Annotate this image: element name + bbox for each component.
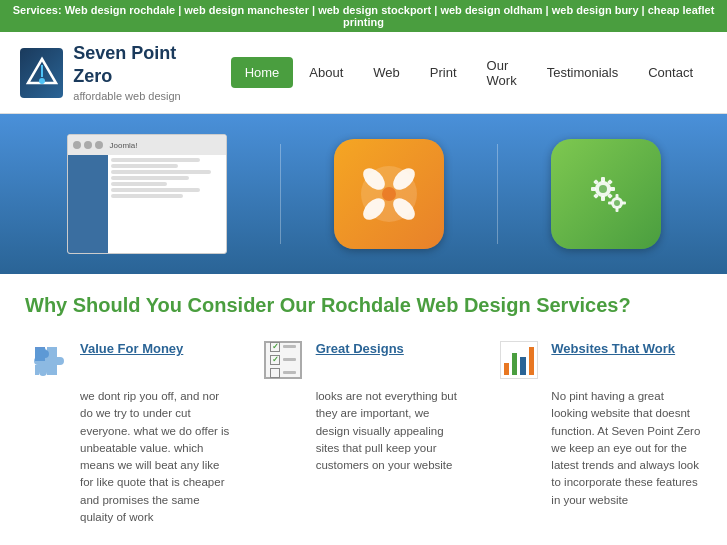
hero-banner: Joomla! <box>0 114 727 274</box>
svg-point-8 <box>382 187 396 201</box>
hero-green-icon <box>551 139 661 249</box>
logo-text: Seven Point Zero affordable web design <box>73 42 200 103</box>
feature-title[interactable]: Great Designs <box>316 341 404 356</box>
feature-websites-that-work: Websites That Work No pint having a grea… <box>496 337 702 526</box>
site-header: Seven Point Zero affordable web design H… <box>0 32 727 114</box>
svg-rect-14 <box>610 187 615 191</box>
services-label: Services: <box>13 4 62 16</box>
hero-orange-icon <box>334 139 444 249</box>
why-title: Why Should You Consider Our Rochdale Web… <box>25 294 702 317</box>
svg-rect-22 <box>615 208 618 212</box>
svg-point-10 <box>599 185 607 193</box>
feature-title[interactable]: Websites That Work <box>551 341 675 356</box>
main-content: Why Should You Consider Our Rochdale Web… <box>0 274 727 545</box>
main-nav: Home About Web Print Our Work Testimonia… <box>231 50 707 96</box>
svg-rect-12 <box>601 196 605 201</box>
nav-web[interactable]: Web <box>359 57 414 88</box>
hero-joomla: Joomla! <box>67 134 227 254</box>
hero-divider-1 <box>280 144 281 244</box>
feature-text: No pint having a great looking website t… <box>496 388 702 509</box>
svg-rect-23 <box>608 202 612 205</box>
hero-divider-2 <box>497 144 498 244</box>
feature-title[interactable]: Value For Money <box>80 341 183 356</box>
svg-point-1 <box>39 78 45 84</box>
feature-header: ✓ ✓ Great Designs <box>261 337 467 382</box>
svg-rect-24 <box>622 202 626 205</box>
services-links: Web design rochdale | web design manches… <box>65 4 715 28</box>
checklist-icon: ✓ ✓ <box>261 337 306 382</box>
feature-value-for-money: Value For Money we dont rip you off, and… <box>25 337 231 526</box>
logo-name: Seven Point Zero <box>73 42 200 89</box>
feature-great-designs: ✓ ✓ Great Designs lo <box>261 337 467 526</box>
feature-header: Websites That Work <box>496 337 702 382</box>
nav-our-work[interactable]: Our Work <box>473 50 531 96</box>
logo[interactable]: Seven Point Zero affordable web design <box>20 42 201 103</box>
nav-about[interactable]: About <box>295 57 357 88</box>
puzzle-icon <box>25 337 70 382</box>
nav-testimonials[interactable]: Testimonials <box>533 57 633 88</box>
feature-text: we dont rip you off, and nor do we try t… <box>25 388 231 526</box>
nav-home[interactable]: Home <box>231 57 294 88</box>
svg-point-20 <box>614 200 620 206</box>
logo-tagline: affordable web design <box>73 89 200 103</box>
nav-contact[interactable]: Contact <box>634 57 707 88</box>
svg-rect-21 <box>615 194 618 198</box>
feature-text: looks are not everything but they are im… <box>261 388 467 474</box>
top-services-bar: Services: Web design rochdale | web desi… <box>0 0 727 32</box>
feature-header: Value For Money <box>25 337 231 382</box>
logo-icon <box>20 48 63 98</box>
svg-rect-11 <box>601 177 605 182</box>
svg-rect-13 <box>591 187 596 191</box>
chart-icon <box>496 337 541 382</box>
features-grid: Value For Money we dont rip you off, and… <box>25 337 702 545</box>
nav-print[interactable]: Print <box>416 57 471 88</box>
